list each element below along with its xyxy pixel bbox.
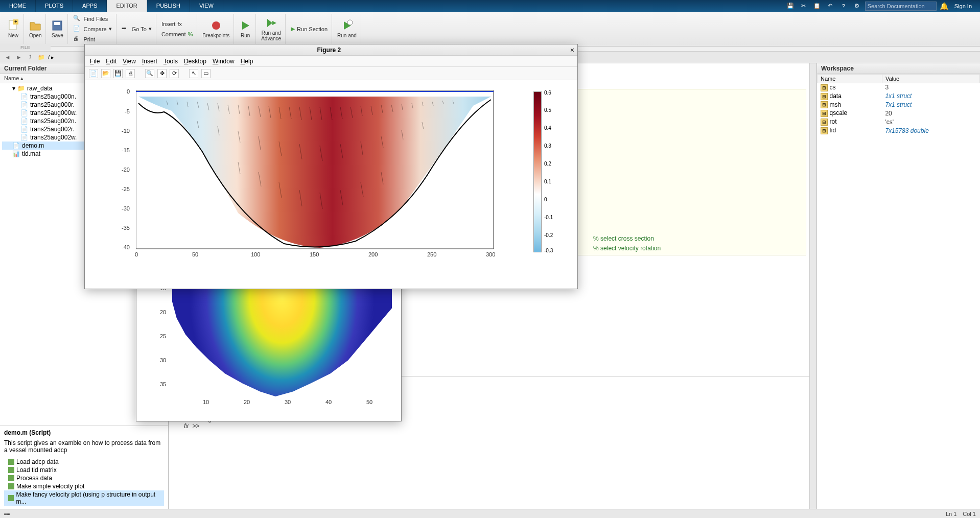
fig-pan-icon[interactable]: ✥ [157, 69, 167, 78]
fig-menu-view[interactable]: View [123, 58, 136, 65]
tab-home[interactable]: HOME [0, 0, 36, 12]
section-item[interactable]: Make fancy velocity plot (using p struct… [4, 490, 164, 506]
up-button[interactable]: ⤴ [26, 53, 35, 62]
tab-editor[interactable]: EDITOR [107, 0, 147, 12]
search-input[interactable] [865, 2, 937, 11]
signin-link[interactable]: Sign In [951, 3, 975, 9]
fig2-ytick: -5 [125, 108, 130, 114]
fig-menu-desktop[interactable]: Desktop [184, 58, 206, 65]
fig-menu-window[interactable]: Window [213, 58, 235, 65]
fig1-xtick: 50 [366, 399, 372, 405]
ws-var-row[interactable]: ⊞qscale20 [818, 109, 980, 117]
breakpoints-button[interactable]: Breakpoints [198, 14, 234, 44]
status-busy-icon: ▪▪▪ [4, 511, 10, 517]
run-button[interactable]: Run [235, 14, 256, 44]
fig-save-icon[interactable]: 💾 [113, 69, 123, 78]
fig2-ytick: -25 [122, 186, 130, 192]
workspace-table: NameValue ⊞cs3 ⊞data1x1 struct ⊞msh7x1 s… [817, 74, 980, 135]
ws-var-row[interactable]: ⊞msh7x1 struct [818, 101, 980, 109]
compare-button[interactable]: 📄Compare ▾ [73, 25, 111, 34]
script-description: This script gives an examble on how to p… [4, 439, 164, 454]
ws-var-row[interactable]: ⊞data1x1 struct [818, 92, 980, 101]
fig2-xtick: 250 [427, 251, 436, 257]
fig-data-cursor-icon[interactable]: ▭ [201, 69, 211, 78]
run-section-button[interactable]: ▶Run Section [291, 25, 328, 34]
run-time-icon [341, 19, 353, 32]
fig1-ytick: 25 [160, 333, 166, 339]
comment-button[interactable]: Comment % [161, 30, 193, 39]
section-item[interactable]: Make simple velocity plot [4, 482, 164, 490]
tab-publish[interactable]: PUBLISH [147, 0, 190, 12]
settings-icon[interactable]: ⚙ [852, 1, 862, 11]
figure2-titlebar[interactable]: Figure 2 × [85, 44, 577, 56]
bell-icon[interactable]: 🔔 [940, 2, 948, 10]
fwd-button[interactable]: ► [14, 53, 24, 62]
save-button[interactable]: Save [47, 14, 68, 44]
fig2-ytick: -35 [122, 225, 130, 231]
fig1-xtick: 10 [203, 399, 209, 405]
command-scrollbar[interactable] [809, 376, 816, 509]
fig-menu-tools[interactable]: Tools [164, 58, 178, 65]
fig-pointer-icon[interactable]: ↖ [189, 69, 198, 78]
ws-var-row[interactable]: ⊞cs3 [818, 83, 980, 92]
fig-menu-help[interactable]: Help [241, 58, 253, 65]
fig-open-icon[interactable]: 📂 [101, 69, 110, 78]
goto-button[interactable]: ➡Go To ▾ [122, 25, 152, 34]
figure2-menubar: File Edit View Insert Tools Desktop Wind… [85, 56, 577, 67]
svg-point-6 [347, 20, 353, 25]
fig2-xtick: 50 [192, 251, 198, 257]
help-icon[interactable]: ? [838, 1, 849, 11]
figure2-close-button[interactable]: × [570, 46, 574, 54]
run-advance-icon [265, 17, 277, 29]
fig-menu-edit[interactable]: Edit [106, 58, 116, 65]
toolstrip: + New Open Save 🔍Find Files 📄Compare ▾ 🖨… [0, 12, 980, 46]
insert-button[interactable]: Insert fx [161, 19, 193, 29]
ws-var-row[interactable]: ⊞tid7x15783 double [818, 126, 980, 135]
save-big-icon [51, 19, 63, 32]
open-button[interactable]: Open [25, 14, 46, 44]
fig2-ytick: -15 [122, 147, 130, 153]
undo-icon[interactable]: ↶ [825, 1, 835, 11]
fig2-ytick: -40 [122, 244, 130, 250]
svg-rect-4 [54, 22, 60, 25]
new-button[interactable]: + New [3, 14, 24, 44]
edit-group: Insert fx Comment % [157, 14, 197, 44]
run-and-time-button[interactable]: Run and [333, 14, 361, 44]
figure2-toolbar: 📄 📂 💾 🖨 🔍 ✥ ⟳ ↖ ▭ [85, 67, 577, 80]
fig2-xtick: 100 [251, 251, 260, 257]
fig-menu-insert[interactable]: Insert [142, 58, 157, 65]
tab-view[interactable]: VIEW [190, 0, 223, 12]
section-item[interactable]: Load adcp data [4, 458, 164, 466]
tab-apps[interactable]: APPS [73, 0, 107, 12]
section-item[interactable]: Load tid matrix [4, 466, 164, 474]
tab-plots[interactable]: PLOTS [36, 0, 73, 12]
copy-icon[interactable]: 📋 [812, 1, 822, 11]
cut-icon[interactable]: ✂ [799, 1, 809, 11]
fig-print-icon[interactable]: 🖨 [126, 69, 135, 78]
file-ops-group: 🔍Find Files 📄Compare ▾ 🖨Print [69, 14, 116, 44]
fig-rotate-icon[interactable]: ⟳ [170, 69, 179, 78]
editor-scrollbar[interactable] [809, 63, 816, 376]
script-info-panel: demo.m (Script) This script gives an exa… [0, 426, 168, 509]
back-button[interactable]: ◄ [3, 53, 12, 62]
figure2-axes[interactable]: 0.6 0.5 0.4 0.3 0.2 0.1 0 -0.1 -0.2 -0.3… [85, 80, 577, 289]
status-line: Ln 1 [946, 511, 956, 517]
ws-col-value[interactable]: Value [882, 75, 979, 83]
status-col: Col 1 [963, 511, 976, 517]
menubar: HOME PLOTS APPS EDITOR PUBLISH VIEW 💾 ✂ … [0, 0, 980, 12]
save-icon[interactable]: 💾 [785, 1, 796, 11]
figure2-window[interactable]: Figure 2 × File Edit View Insert Tools D… [84, 44, 578, 289]
nav-group: ➡Go To ▾ [118, 14, 156, 44]
fig-zoom-icon[interactable]: 🔍 [145, 69, 154, 78]
section-item[interactable]: Process data [4, 474, 164, 482]
fig2-xtick: 0 [135, 251, 138, 257]
print-button[interactable]: 🖨Print [73, 35, 111, 44]
fig-menu-file[interactable]: File [90, 58, 100, 65]
fig-new-icon[interactable]: 📄 [89, 69, 98, 78]
ws-var-row[interactable]: ⊞rot'cs' [818, 117, 980, 126]
ws-col-name[interactable]: Name [818, 75, 882, 83]
run-and-advance-button[interactable]: Run andAdvance [257, 14, 286, 44]
fig2-ytick: -30 [122, 205, 130, 211]
findfiles-button[interactable]: 🔍Find Files [73, 14, 111, 23]
statusbar: ▪▪▪ Ln 1 Col 1 [0, 509, 980, 518]
